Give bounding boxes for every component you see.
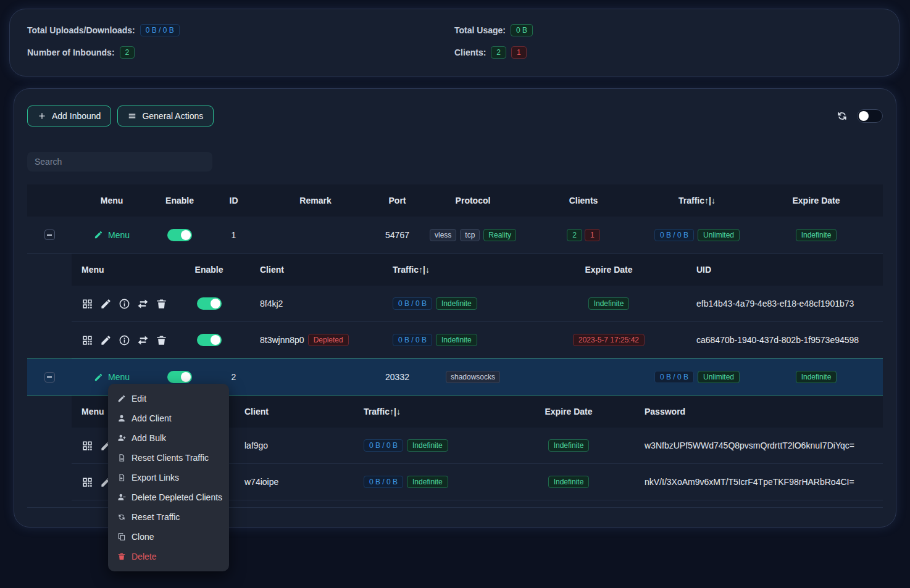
refresh-icon[interactable] [836,110,848,122]
depleted-badge: Depleted [308,334,349,346]
document-icon [117,453,126,462]
qrcode-icon[interactable] [81,334,93,346]
stat-usage-label: Total Usage: [454,25,506,35]
search-input[interactable] [27,152,212,172]
menu-item-label: Add Client [131,413,172,423]
enable-toggle[interactable] [167,371,192,383]
stat-uploads-label: Total Uploads/Downloads: [27,25,135,35]
inbound-protocols: vless tcp Reality [424,229,522,241]
client-name: laf9go [223,441,346,450]
edit-client-icon[interactable] [100,334,112,346]
menu-item-reset-traffic[interactable]: Reset Traffic [111,507,227,527]
menu-label: Menu [108,230,130,240]
toolbar-right [836,109,883,123]
menu-item-add-client[interactable]: Add Client [111,408,227,428]
sync-icon [117,513,126,521]
clients-active-badge: 2 [491,46,506,59]
copy-icon [117,532,126,541]
protocol-tag: tcp [460,229,480,241]
client-expire: Indefinite [544,297,674,310]
menu-item-edit[interactable]: Edit [111,389,227,408]
client-name: 8f4kj2 [232,299,371,308]
inbound-traffic: 0 B / 0 B Unlimited [645,371,749,383]
inbound-expire: Indefinite [749,371,883,383]
expire-badge: Indefinite [548,476,590,488]
inbounds-table-header: Menu Enable ID Remark Port Protocol Clie… [27,184,883,217]
inbound-traffic: 0 B / 0 B Unlimited [645,229,749,241]
toolbar: Add Inbound General Actions [27,106,883,126]
client-expire: Indefinite [519,476,618,488]
stats-card: Total Uploads/Downloads: 0 B / 0 B Total… [9,9,900,77]
qrcode-icon[interactable] [81,476,93,488]
auto-refresh-toggle[interactable] [857,109,883,123]
inbound-menu-button[interactable]: Menu [90,371,133,383]
add-inbound-label: Add Inbound [52,111,101,121]
reset-traffic-icon[interactable] [137,298,149,310]
header-traffic: Traffic↑|↓ [371,265,544,275]
header-menu: Menu [72,196,152,205]
menu-item-export-links[interactable]: Export Links [111,468,227,487]
traffic-badge: 0 B / 0 B [393,334,432,346]
menu-item-label: Delete [131,552,156,561]
clients-table-header: Menu Enable Client Traffic↑|↓ Expire Dat… [72,254,883,286]
add-inbound-button[interactable]: Add Inbound [27,106,111,126]
pencil-icon [94,230,103,239]
stat-number-of-inbounds: Number of Inbounds: 2 [27,46,454,59]
reset-traffic-icon[interactable] [137,334,149,346]
menu-item-add-bulk[interactable]: Add Bulk [111,428,227,448]
qrcode-icon[interactable] [81,298,93,310]
client-traffic: 0 B / 0 B Indefinite [371,334,544,346]
client-row: 8t3wjnn8p0 Depleted 0 B / 0 B Indefinite… [72,322,883,358]
pencil-icon [94,373,103,382]
inbound-menu-button[interactable]: Menu [90,230,133,241]
client-actions [72,298,186,310]
qrcode-icon[interactable] [81,440,93,452]
client-enable-toggle[interactable] [197,334,222,346]
menu-item-label: Reset Clients Traffic [131,453,209,463]
clients-depleted-badge: 1 [511,46,527,59]
header-port: Port [371,196,424,205]
trash-icon[interactable] [156,298,167,310]
edit-client-icon[interactable] [100,298,112,310]
general-actions-button[interactable]: General Actions [117,106,214,126]
inbound-port: 54767 [371,230,424,240]
header-uid: UID [674,265,883,275]
expire-badge: Indefinite [796,229,837,241]
header-remark: Remark [260,196,371,205]
stat-uploads-downloads: Total Uploads/Downloads: 0 B / 0 B [27,24,454,36]
enable-toggle[interactable] [167,229,192,241]
menu-item-reset-clients-traffic[interactable]: Reset Clients Traffic [111,448,227,468]
stat-inbounds-label: Number of Inbounds: [27,48,115,57]
traffic-limit-badge: Indefinite [436,334,477,346]
inbound-id: 2 [207,372,260,382]
menu-item-label: Add Bulk [131,433,166,443]
client-enable-toggle[interactable] [197,297,222,310]
traffic-badge: 0 B / 0 B [654,229,694,241]
header-traffic: Traffic↑|↓ [346,407,519,416]
menu-item-delete-depleted-clients[interactable]: Delete Depleted Clients [111,487,227,507]
collapse-row-button[interactable] [44,372,55,383]
info-icon[interactable] [119,334,130,346]
trash-icon[interactable] [156,334,167,346]
header-menu: Menu [72,265,186,275]
info-icon[interactable] [119,298,130,310]
menu-item-label: Edit [131,394,146,404]
menu-item-label: Clone [131,532,154,542]
header-traffic-sort[interactable]: Traffic↑|↓ [645,196,749,205]
client-uid: efb14b43-4a79-4e83-ef18-e48cf1901b73 [674,299,883,308]
traffic-limit-badge: Indefinite [407,476,448,488]
header-expire-date: Expire Date [749,196,883,205]
collapse-row-button[interactable] [44,230,55,240]
menu-item-delete[interactable]: Delete [111,547,227,566]
traffic-limit-badge: Indefinite [407,439,448,452]
expire-badge: Indefinite [796,371,837,383]
header-expire-date: Expire Date [519,407,618,416]
menu-item-clone[interactable]: Clone [111,527,227,547]
client-actions [72,334,186,346]
traffic-limit-badge: Unlimited [698,229,740,241]
stat-clients: Clients: 2 1 [454,46,882,59]
client-uid: ca68470b-1940-437d-802b-1f9573e94598 [674,335,883,345]
client-traffic: 0 B / 0 B Indefinite [371,297,544,310]
stat-total-usage: Total Usage: 0 B [454,24,882,36]
header-enable: Enable [152,196,207,205]
